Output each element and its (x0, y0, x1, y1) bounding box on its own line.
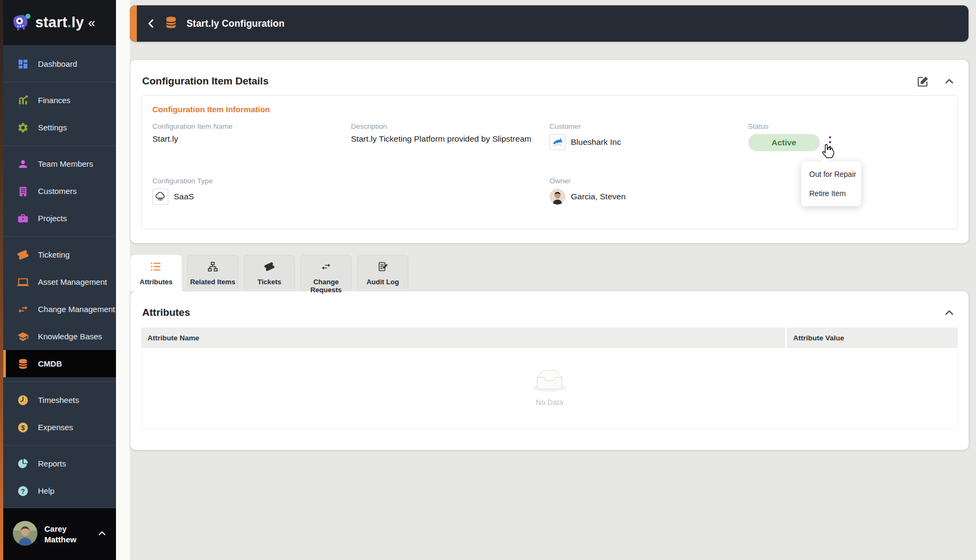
person-icon (17, 158, 29, 170)
main-area: Start.ly Configuration Configuration Ite… (116, 0, 976, 560)
sidebar-item-asset-management[interactable]: Asset Management (3, 268, 116, 295)
sidebar-item-timesheets[interactable]: Timesheets (3, 386, 116, 414)
column-header-attribute-value: Attribute Value (787, 328, 958, 348)
section-title: Configuration Item Information (152, 105, 947, 114)
sidebar-item-knowledge-bases[interactable]: Knowledge Bases (3, 323, 116, 350)
question-icon: ? (17, 485, 29, 497)
svg-text:?: ? (21, 487, 25, 495)
tab-bar: Attributes Related Items Tickets Change … (130, 255, 408, 291)
robot-logo-icon (10, 11, 32, 35)
window-edge (0, 0, 3, 560)
no-data-text: No Data (536, 398, 563, 407)
dollar-icon: $ (17, 422, 29, 433)
database-icon (164, 15, 178, 32)
svg-text:$: $ (21, 424, 25, 431)
sidebar-item-expenses[interactable]: $ Expenses (3, 414, 116, 441)
dashboard-icon (17, 58, 29, 70)
field-status: Status Active (748, 122, 947, 151)
sidebar-item-reports[interactable]: Reports (3, 450, 116, 477)
sidebar-item-settings[interactable]: Settings (3, 114, 116, 141)
header-accent-bar (130, 5, 137, 42)
collapse-attributes-button[interactable] (943, 306, 956, 319)
list-icon (150, 261, 162, 274)
customer-logo (549, 134, 566, 150)
status-kebab-menu-button[interactable] (828, 136, 832, 150)
tab-related-items[interactable]: Related Items (187, 255, 238, 289)
sidebar-collapse-icon[interactable]: « (88, 15, 95, 30)
edit-button[interactable] (917, 75, 929, 88)
status-badge: Active (748, 134, 820, 151)
graduation-cap-icon (17, 331, 29, 343)
sidebar-item-dashboard[interactable]: Dashboard (3, 50, 116, 77)
page-header: Start.ly Configuration (130, 5, 969, 42)
page-title: Start.ly Configuration (187, 18, 284, 29)
building-icon (17, 185, 29, 197)
ticket-icon (17, 249, 29, 261)
finances-icon (17, 95, 29, 106)
back-button[interactable] (145, 17, 158, 30)
pie-chart-icon (17, 458, 29, 470)
tab-attributes[interactable]: Attributes (130, 255, 182, 291)
tab-change-requests[interactable]: Change Requests (300, 255, 352, 289)
ticket-icon (264, 261, 275, 274)
gear-icon (17, 122, 29, 134)
sidebar-nav: Dashboard Finances Settings (3, 46, 116, 508)
tab-tickets[interactable]: Tickets (244, 255, 295, 289)
swap-arrows-icon (17, 304, 29, 315)
column-header-attribute-name: Attribute Name (141, 328, 785, 348)
clock-icon (17, 394, 29, 406)
database-icon (17, 358, 29, 370)
avatar (13, 521, 37, 548)
owner-avatar (549, 189, 566, 205)
field-owner: Owner Garcia, Steven (549, 177, 748, 205)
user-name: Carey Matthew (44, 524, 76, 545)
field-description: Description Start.ly Ticketing Platform … (351, 122, 550, 151)
attributes-table: Attribute Name Attribute Value No Data (141, 328, 958, 429)
content-gutter (116, 0, 130, 560)
tab-audit-log[interactable]: Audit Log (357, 255, 408, 289)
status-menu: Out for Repair Retire Item (801, 161, 861, 206)
briefcase-icon (17, 213, 29, 224)
sidebar-item-finances[interactable]: Finances (3, 87, 116, 114)
configuration-type-icon (152, 189, 168, 205)
attributes-card: Attributes Attribute Name Attribute Valu… (130, 291, 969, 450)
user-menu[interactable]: Carey Matthew (3, 508, 116, 560)
field-configuration-type: Configuration Type SaaS (152, 177, 351, 205)
field-customer: Customer Blueshark Inc (549, 122, 748, 151)
hierarchy-icon (207, 261, 219, 274)
menu-item-out-for-repair[interactable]: Out for Repair (801, 165, 861, 184)
sidebar-item-team-members[interactable]: Team Members (3, 150, 116, 177)
screen: start.ly « Dashboard Finances (0, 0, 976, 560)
sidebar-item-projects[interactable]: Projects (3, 205, 116, 232)
chevron-up-icon[interactable] (97, 528, 107, 541)
details-title: Configuration Item Details (142, 75, 268, 87)
sidebar-item-ticketing[interactable]: Ticketing (3, 241, 116, 268)
sidebar-item-customers[interactable]: Customers (3, 177, 116, 205)
sidebar-item-help[interactable]: ? Help (3, 477, 116, 504)
sidebar-item-change-management[interactable]: Change Management (3, 295, 116, 323)
details-card: Configuration Item Details Configuration… (130, 60, 969, 243)
sidebar-item-cmdb[interactable]: CMDB (3, 350, 116, 377)
empty-state: No Data (141, 348, 958, 429)
document-pencil-icon (377, 261, 389, 274)
attributes-title: Attributes (142, 307, 190, 318)
menu-item-retire-item[interactable]: Retire Item (801, 184, 861, 203)
collapse-details-button[interactable] (943, 75, 956, 88)
logo-wordmark: start.ly (35, 14, 84, 31)
swap-arrows-icon (320, 261, 332, 274)
empty-inbox-icon (532, 370, 567, 394)
app-logo[interactable]: start.ly « (3, 0, 116, 46)
field-configuration-item-name: Configuration Item Name Start.ly (152, 122, 351, 151)
sidebar: start.ly « Dashboard Finances (3, 0, 116, 560)
laptop-icon (17, 276, 29, 288)
